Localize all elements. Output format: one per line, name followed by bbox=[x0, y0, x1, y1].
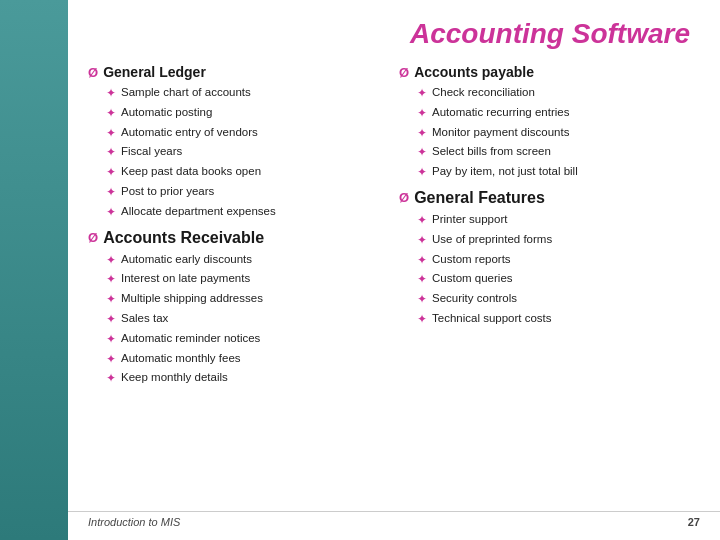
bullet-icon: ✦ bbox=[106, 370, 116, 387]
general-features-header: Ø General Features bbox=[399, 189, 700, 207]
list-item: ✦Monitor payment discounts bbox=[417, 124, 700, 142]
list-item: ✦Custom queries bbox=[417, 270, 700, 288]
bullet-icon: ✦ bbox=[417, 311, 427, 328]
list-item: ✦Allocate department expenses bbox=[106, 203, 389, 221]
bullet-icon: ✦ bbox=[417, 252, 427, 269]
slide-title: Accounting Software bbox=[88, 18, 700, 50]
accounts-receivable-header: Ø Accounts Receivable bbox=[88, 229, 389, 247]
list-item: ✦Interest on late payments bbox=[106, 270, 389, 288]
bullet-icon: ✦ bbox=[417, 125, 427, 142]
bullet-icon: ✦ bbox=[417, 164, 427, 181]
bullet-icon: ✦ bbox=[106, 144, 116, 161]
list-item: ✦Printer support bbox=[417, 211, 700, 229]
column-right: Ø Accounts payable ✦Check reconciliation… bbox=[399, 64, 700, 395]
list-item: ✦Fiscal years bbox=[106, 143, 389, 161]
sidebar bbox=[0, 0, 68, 540]
accounts-receivable-title: Accounts Receivable bbox=[103, 229, 264, 247]
bullet-icon: ✦ bbox=[106, 125, 116, 142]
bullet-icon: ✦ bbox=[106, 252, 116, 269]
bullet-icon: ✦ bbox=[417, 144, 427, 161]
list-item: ✦Automatic early discounts bbox=[106, 251, 389, 269]
bullet-icon: ✦ bbox=[417, 271, 427, 288]
footer-left: Introduction to MIS bbox=[88, 516, 180, 528]
general-ledger-arrow: Ø bbox=[88, 65, 98, 80]
list-item: ✦Automatic reminder notices bbox=[106, 330, 389, 348]
list-item: ✦Automatic recurring entries bbox=[417, 104, 700, 122]
main-content: Accounting Software Ø General Ledger ✦Sa… bbox=[68, 0, 720, 540]
list-item: ✦Automatic entry of vendors bbox=[106, 124, 389, 142]
bullet-icon: ✦ bbox=[106, 184, 116, 201]
bullet-icon: ✦ bbox=[106, 204, 116, 221]
bullet-icon: ✦ bbox=[106, 291, 116, 308]
list-item: ✦Multiple shipping addresses bbox=[106, 290, 389, 308]
bullet-icon: ✦ bbox=[106, 331, 116, 348]
list-item: ✦Keep past data books open bbox=[106, 163, 389, 181]
accounts-payable-arrow: Ø bbox=[399, 65, 409, 80]
accounts-payable-header: Ø Accounts payable bbox=[399, 64, 700, 80]
list-item: ✦Check reconciliation bbox=[417, 84, 700, 102]
list-item: ✦Sales tax bbox=[106, 310, 389, 328]
list-item: ✦Post to prior years bbox=[106, 183, 389, 201]
bullet-icon: ✦ bbox=[106, 311, 116, 328]
bullet-icon: ✦ bbox=[417, 232, 427, 249]
accounts-receivable-arrow: Ø bbox=[88, 230, 98, 245]
general-ledger-title: General Ledger bbox=[103, 64, 206, 80]
list-item: ✦Security controls bbox=[417, 290, 700, 308]
general-features-title: General Features bbox=[414, 189, 545, 207]
list-item: ✦Keep monthly details bbox=[106, 369, 389, 387]
bullet-icon: ✦ bbox=[106, 164, 116, 181]
general-ledger-header: Ø General Ledger bbox=[88, 64, 389, 80]
accounts-payable-title: Accounts payable bbox=[414, 64, 534, 80]
list-item: ✦Automatic posting bbox=[106, 104, 389, 122]
column-left: Ø General Ledger ✦Sample chart of accoun… bbox=[88, 64, 389, 395]
bullet-icon: ✦ bbox=[417, 291, 427, 308]
list-item: ✦Automatic monthly fees bbox=[106, 350, 389, 368]
list-item: ✦Custom reports bbox=[417, 251, 700, 269]
general-ledger-list: ✦Sample chart of accounts ✦Automatic pos… bbox=[106, 84, 389, 221]
slide: Accounting Software Ø General Ledger ✦Sa… bbox=[0, 0, 720, 540]
accounts-receivable-list: ✦Automatic early discounts ✦Interest on … bbox=[106, 251, 389, 388]
list-item: ✦Sample chart of accounts bbox=[106, 84, 389, 102]
list-item: ✦Select bills from screen bbox=[417, 143, 700, 161]
bullet-icon: ✦ bbox=[106, 271, 116, 288]
list-item: ✦Pay by item, not just total bill bbox=[417, 163, 700, 181]
columns-container: Ø General Ledger ✦Sample chart of accoun… bbox=[88, 64, 700, 395]
bullet-icon: ✦ bbox=[417, 105, 427, 122]
list-item: ✦Technical support costs bbox=[417, 310, 700, 328]
bullet-icon: ✦ bbox=[417, 212, 427, 229]
general-features-arrow: Ø bbox=[399, 190, 409, 205]
footer: Introduction to MIS 27 bbox=[68, 511, 720, 532]
bullet-icon: ✦ bbox=[106, 351, 116, 368]
bullet-icon: ✦ bbox=[106, 85, 116, 102]
bullet-icon: ✦ bbox=[106, 105, 116, 122]
list-item: ✦Use of preprinted forms bbox=[417, 231, 700, 249]
footer-page: 27 bbox=[688, 516, 700, 528]
general-features-list: ✦Printer support ✦Use of preprinted form… bbox=[417, 211, 700, 328]
accounts-payable-list: ✦Check reconciliation ✦Automatic recurri… bbox=[417, 84, 700, 181]
bullet-icon: ✦ bbox=[417, 85, 427, 102]
